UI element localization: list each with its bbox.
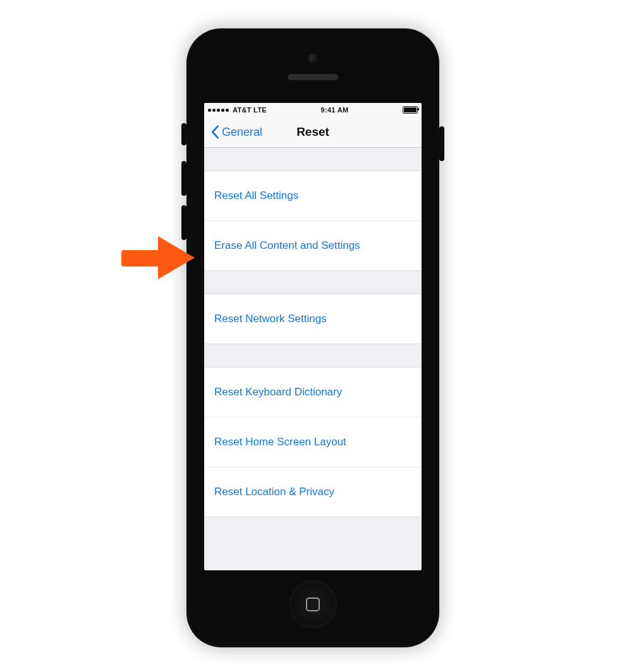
row-label: Reset Home Screen Layout bbox=[214, 436, 346, 448]
row-label: Reset Location & Privacy bbox=[214, 486, 334, 498]
row-label: Reset Keyboard Dictionary bbox=[214, 386, 342, 399]
row-label: Erase All Content and Settings bbox=[214, 239, 360, 252]
earpiece-speaker bbox=[288, 74, 338, 80]
reset-location-and-privacy[interactable]: Reset Location & Privacy bbox=[204, 467, 422, 517]
reset-group-2: Reset Network Settings bbox=[204, 294, 422, 344]
volume-up-button[interactable] bbox=[181, 161, 186, 196]
chevron-left-icon bbox=[210, 125, 219, 139]
erase-all-content-and-settings[interactable]: Erase All Content and Settings bbox=[204, 220, 422, 270]
settings-list: Reset All Settings Erase All Content and… bbox=[204, 148, 422, 517]
front-camera bbox=[308, 54, 318, 64]
reset-group-3: Reset Keyboard Dictionary Reset Home Scr… bbox=[204, 367, 422, 517]
mute-switch[interactable] bbox=[181, 123, 186, 145]
reset-all-settings[interactable]: Reset All Settings bbox=[204, 171, 422, 220]
home-icon bbox=[306, 597, 320, 611]
screen: AT&T LTE 9:41 AM General Reset Reset All… bbox=[204, 103, 422, 570]
nav-bar: General Reset bbox=[204, 117, 422, 148]
signal-strength-icon bbox=[208, 109, 229, 112]
carrier-label: AT&T LTE bbox=[233, 106, 267, 114]
reset-group-1: Reset All Settings Erase All Content and… bbox=[204, 171, 422, 271]
back-label: General bbox=[222, 126, 262, 139]
home-button[interactable] bbox=[289, 580, 337, 628]
reset-keyboard-dictionary[interactable]: Reset Keyboard Dictionary bbox=[204, 368, 422, 417]
clock-label: 9:41 AM bbox=[267, 106, 403, 114]
volume-down-button[interactable] bbox=[181, 205, 186, 240]
annotation-arrow-icon bbox=[120, 234, 196, 282]
svg-rect-0 bbox=[121, 250, 161, 267]
status-bar: AT&T LTE 9:41 AM bbox=[204, 103, 422, 117]
reset-network-settings[interactable]: Reset Network Settings bbox=[204, 294, 422, 344]
battery-icon bbox=[403, 106, 418, 114]
power-button[interactable] bbox=[439, 126, 444, 161]
row-label: Reset All Settings bbox=[214, 189, 298, 202]
phone-frame: AT&T LTE 9:41 AM General Reset Reset All… bbox=[186, 28, 439, 647]
back-button[interactable]: General bbox=[210, 125, 262, 139]
reset-home-screen-layout[interactable]: Reset Home Screen Layout bbox=[204, 417, 422, 467]
row-label: Reset Network Settings bbox=[214, 313, 327, 325]
